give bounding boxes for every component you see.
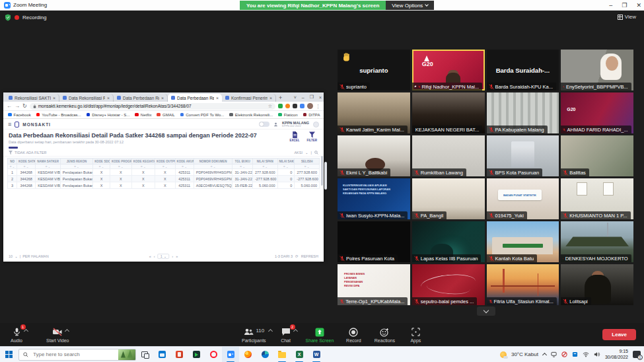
taskbar-search[interactable] (18, 349, 136, 361)
participant-tile-9[interactable]: Rumkitban Lawang (412, 135, 485, 176)
page-scrollbar[interactable] (321, 156, 323, 186)
close-button[interactable]: ✕ (636, 2, 641, 9)
participant-tile-20[interactable]: PROSES BISNIS LAYANAN PENGESAHAN REVISI … (338, 264, 410, 305)
start-video-button[interactable]: Start Video (46, 326, 69, 343)
participant-tile-8[interactable]: Ekmi L Y_Balitkabi (338, 135, 410, 176)
zoom-taskbar-button[interactable] (222, 347, 239, 362)
bookmark-1[interactable]: YouTube - Broadcas... (36, 113, 81, 117)
user-avatar[interactable] (313, 122, 319, 127)
record-button[interactable]: Record (342, 326, 365, 343)
tab-close-icon[interactable]: × (269, 96, 272, 100)
participant-tile-10[interactable]: BPS Kota Pasuruan (487, 135, 559, 176)
refresh-label[interactable]: REFRESH (301, 254, 318, 258)
participant-tile-17[interactable]: Lapas Kelas IIB Pasuruan (412, 221, 485, 262)
tab-close-icon[interactable]: × (216, 96, 219, 100)
column-header-2[interactable]: NAMA SATKER (36, 159, 61, 164)
participant-tile-14[interactable]: BADAN PUSAT STATISTIK019475_Yuki (487, 178, 559, 219)
reload-icon[interactable]: ↻ (22, 103, 27, 109)
column-filter-2[interactable]: = ⌄ (36, 164, 61, 169)
bookmark-star-icon[interactable]: ☆ (268, 104, 272, 109)
aksi-label[interactable]: AKSI (294, 151, 303, 155)
refresh-icon[interactable]: ⟳ (295, 254, 299, 258)
browser-tab-0[interactable]: Rekonsiliasi SAKTI - SPAN× (5, 94, 59, 102)
participant-tile-7[interactable]: G20AHMAD FARID RAHADI_... (561, 92, 633, 133)
tab-close-icon[interactable]: × (53, 96, 55, 100)
participant-tile-11[interactable]: Balittas (561, 135, 633, 176)
column-header-6[interactable]: KODE KEGIATAN (131, 159, 155, 164)
column-filter-9[interactable]: = ⌄ (194, 164, 233, 169)
participants-button[interactable]: 110 Participants (242, 326, 266, 343)
new-tab-button[interactable]: + (279, 94, 282, 101)
taskbar-clock[interactable]: 9:15 30/08/2022 (605, 349, 628, 360)
extension-icon[interactable] (278, 104, 283, 108)
office-button[interactable] (170, 347, 188, 362)
browser-tab-4[interactable]: Konfirmasi Penerimaan |× (222, 94, 276, 102)
aksi-caret-icon[interactable]: ⌄ (305, 151, 308, 155)
participant-tile-5[interactable]: KEJAKSAAN NEGERI BAT... (412, 92, 485, 133)
audio-button[interactable]: 1 Audio (5, 326, 28, 343)
firefox-button[interactable] (239, 347, 256, 362)
excel-button[interactable]: X (291, 347, 308, 362)
participant-tile-4[interactable]: Kanwil Jatim_Kanim Mal... (338, 92, 410, 133)
participant-tile-1[interactable]: G20Rifqi Nadhor_KPPN Mal... (412, 50, 485, 90)
bookmark-3[interactable]: Netflix (135, 113, 151, 117)
browser-restore-icon[interactable]: ˅ (294, 95, 297, 100)
last-page-button[interactable]: » (176, 254, 178, 258)
audio-menu-caret[interactable] (23, 329, 28, 334)
column-filter-3[interactable]: = ⌄ (60, 164, 92, 169)
participant-tile-3[interactable]: EnySetyorini_BBPPMPVB... (561, 50, 633, 90)
tray-expand-icon[interactable] (542, 353, 547, 357)
search-icon[interactable] (314, 151, 318, 155)
participant-tile-19[interactable]: DENKESYAH MOJOKERTO (561, 221, 633, 262)
video-menu-caret[interactable] (65, 329, 69, 334)
view-layout-button[interactable]: View (618, 14, 636, 20)
column-filter-5[interactable]: = ⌄ (110, 164, 131, 169)
column-filter-0[interactable]: = ⌄ (8, 164, 17, 169)
theme-toggle[interactable] (259, 122, 269, 127)
view-options-button[interactable]: View Options (386, 1, 434, 10)
browser-tab-3[interactable]: Data Perbedaan Rekonsi× (168, 94, 222, 102)
column-filter-11[interactable]: = ⌄ (252, 164, 277, 169)
chat-button[interactable]: 2 Chat (275, 326, 297, 343)
snip-app-button[interactable] (188, 347, 205, 362)
apps-button[interactable]: Apps (404, 326, 427, 343)
column-header-1[interactable]: KODE SATKER (17, 159, 36, 164)
filter-button[interactable]: FILTER (307, 131, 317, 142)
weather-label[interactable]: 30°C Kabut (511, 351, 538, 357)
forward-icon[interactable]: → (15, 103, 20, 109)
column-filter-6[interactable]: = ⌄ (131, 164, 155, 169)
participants-menu-caret[interactable] (268, 329, 273, 334)
word-button[interactable]: W (308, 347, 325, 362)
participant-tile-18[interactable]: Kantah Kota Batu (487, 221, 559, 262)
network-icon[interactable] (583, 351, 589, 357)
participant-tile-6[interactable]: PA Kabupaten Malang (487, 92, 559, 133)
notification-center-icon[interactable]: 1 (633, 351, 641, 358)
participant-tile-0[interactable]: supriantosuprianto (338, 50, 410, 90)
column-filter-10[interactable]: = ⌄ (233, 164, 253, 169)
metamask-icon[interactable] (285, 104, 290, 108)
next-page-button[interactable]: › (172, 254, 173, 258)
participant-tile-13[interactable]: PA_Bangil (412, 178, 485, 219)
minimize-button[interactable]: – (609, 2, 612, 9)
participant-tile-15[interactable]: KHUSMIANTO MAN 1 P... (561, 178, 633, 219)
column-header-11[interactable]: NILAI SPAN (252, 159, 277, 164)
start-button[interactable] (0, 347, 17, 362)
bookmark-8[interactable]: DITPA (303, 113, 320, 117)
maximize-button[interactable]: ❐ (622, 2, 627, 9)
browser-maximize-button[interactable]: ❐ (310, 94, 314, 100)
back-icon[interactable]: ← (7, 103, 12, 109)
column-header-5[interactable]: KODE PROGRAM (110, 159, 131, 164)
participant-tile-22[interactable]: Fitria Ulfa_Stasiun Klimat... (487, 264, 559, 305)
edge-button[interactable] (256, 347, 273, 362)
participant-tile-23[interactable]: Lolitsapi (561, 264, 633, 305)
table-row-2[interactable]: 3344268KESDAM V/BRWPendapatan Bukan Paja… (8, 182, 320, 189)
tab-close-icon[interactable]: × (161, 96, 164, 100)
chat-menu-caret[interactable] (293, 329, 298, 334)
column-header-10[interactable]: TGL BUKU (233, 159, 253, 164)
first-page-button[interactable]: « (149, 254, 151, 258)
column-header-9[interactable]: NOMOR DOKUMEN (194, 159, 233, 164)
bookmark-2[interactable]: Disney+ Hotstar - S... (87, 113, 130, 117)
column-filter-8[interactable]: = ⌄ (175, 164, 194, 169)
table-row-0[interactable]: 1344268KESDAM V/BRWPendapatan Bukan Paja… (8, 169, 320, 176)
more-participants-button[interactable] (477, 307, 495, 316)
